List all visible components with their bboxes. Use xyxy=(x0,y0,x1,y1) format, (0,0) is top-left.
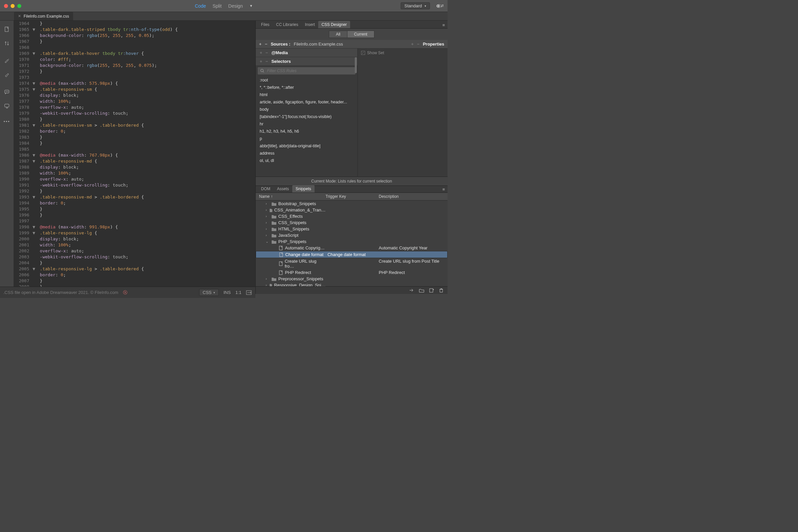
selector-item[interactable]: abbr[title], abbr[data-original-title] xyxy=(259,142,354,150)
remove-selector-icon[interactable]: − xyxy=(266,59,268,64)
more-icon[interactable]: ••• xyxy=(4,119,10,124)
add-source-icon[interactable]: + xyxy=(259,41,262,46)
inspect-icon[interactable] xyxy=(4,103,10,109)
code-line[interactable]: 1994 border: 0; xyxy=(14,200,255,206)
selector-item[interactable]: [tabindex="-1"]:focus:not(:focus-visible… xyxy=(259,113,354,120)
checkbox-icon[interactable]: ✓ xyxy=(361,51,365,55)
selector-item[interactable]: :root xyxy=(259,76,354,84)
code-line[interactable]: 1969▼ .table-dark.table-hover tbody tr:h… xyxy=(14,51,255,57)
code-line[interactable]: 1995 } xyxy=(14,206,255,212)
selector-item[interactable]: h1, h2, h3, h4, h5, h6 xyxy=(259,128,354,135)
snippet-folder[interactable]: ›CSS_Animation_&_Tran… xyxy=(256,207,448,213)
tab-files[interactable]: Files xyxy=(258,21,273,28)
code-line[interactable]: 1982 border: 0; xyxy=(14,128,255,134)
snippet-delete-icon[interactable] xyxy=(439,288,443,292)
code-line[interactable]: 1999▼ .table-responsive-lg { xyxy=(14,230,255,236)
code-line[interactable]: 1996 } xyxy=(14,212,255,218)
snippet-file[interactable]: PHP RedirectPHP Redirect xyxy=(256,269,448,276)
col-desc[interactable]: Description xyxy=(379,194,444,199)
code-line[interactable]: 2006 border: 0; xyxy=(14,272,255,278)
code-line[interactable]: 1978 overflow-x: auto; xyxy=(14,104,255,110)
code-line[interactable]: 2004 } xyxy=(14,260,255,266)
workspace-switcher[interactable]: Standard ▾ xyxy=(401,2,430,9)
sync-settings-icon[interactable]: ⇄ xyxy=(435,3,443,8)
snippet-folder[interactable]: ›HTML_Snippets xyxy=(256,226,448,232)
error-icon[interactable]: ⓧ xyxy=(123,290,127,296)
code-line[interactable]: 1997 xyxy=(14,218,255,224)
selector-item[interactable]: *, *::before, *::after xyxy=(259,84,354,91)
code-line[interactable]: 1985 xyxy=(14,146,255,152)
add-media-icon[interactable]: + xyxy=(260,50,262,55)
snippet-file[interactable]: Change date formatChange date format xyxy=(256,251,448,258)
snippet-folder[interactable]: ›Preprocessor_Snippets xyxy=(256,276,448,282)
code-line[interactable]: 1984 } xyxy=(14,140,255,146)
code-line[interactable]: 1987▼ .table-responsive-md { xyxy=(14,158,255,164)
code-line[interactable]: 1974▼ @media (max-width: 575.98px) { xyxy=(14,80,255,87)
code-line[interactable]: 1975▼ .table-responsive-sm { xyxy=(14,87,255,92)
code-line[interactable]: 1968 xyxy=(14,44,255,51)
sources-file[interactable]: FileInfo.com Example.css xyxy=(293,41,343,46)
selector-item[interactable]: html xyxy=(259,91,354,98)
selector-item[interactable]: article, aside, figcaption, figure, foot… xyxy=(259,98,354,106)
code-line[interactable]: 1977 width: 100%; xyxy=(14,98,255,104)
snippet-folder[interactable]: ⌄PHP_Snippets xyxy=(256,239,448,245)
code-line[interactable]: 1998▼ @media (max-width: 991.98px) { xyxy=(14,224,255,230)
comment-icon[interactable] xyxy=(4,89,10,95)
code-line[interactable]: 2005▼ .table-responsive-lg > .table-bord… xyxy=(14,266,255,272)
scrollbar-thumb[interactable] xyxy=(355,57,357,73)
snippet-folder[interactable]: ›CSS_Snippets xyxy=(256,220,448,226)
code-line[interactable]: 1967 } xyxy=(14,39,255,44)
code-line[interactable]: 1972 } xyxy=(14,69,255,75)
code-line[interactable]: 1965▼ .table-dark.table-striped tbody tr… xyxy=(14,26,255,33)
snippet-new-icon[interactable] xyxy=(429,288,434,292)
snippet-folder[interactable]: ›JavaScript xyxy=(256,232,448,239)
remove-property-icon[interactable]: − xyxy=(417,41,420,46)
close-window[interactable] xyxy=(4,4,8,8)
panel-menu-icon[interactable]: ≡ xyxy=(440,22,448,28)
code-line[interactable]: 1989 width: 100%; xyxy=(14,170,255,176)
add-selector-icon[interactable]: + xyxy=(260,59,262,64)
code-line[interactable]: 2003 -webkit-overflow-scrolling: touch; xyxy=(14,254,255,260)
snippet-file[interactable]: Automatic Copyrig…Automatic Copyright Ye… xyxy=(256,245,448,251)
tab-snippets[interactable]: Snippets xyxy=(292,185,315,192)
view-design[interactable]: Design xyxy=(228,3,243,8)
overflow-icon[interactable] xyxy=(246,290,252,295)
snippet-run-icon[interactable] xyxy=(409,288,414,292)
col-name[interactable]: Name ↑ xyxy=(259,194,325,199)
minimize-window[interactable] xyxy=(11,4,15,8)
code-line[interactable]: 1981▼ .table-responsive-sm > .table-bord… xyxy=(14,122,255,128)
file-manage-icon[interactable] xyxy=(4,26,10,33)
code-line[interactable]: 2002 overflow-x: auto; xyxy=(14,248,255,254)
code-line[interactable]: 1990 overflow-x: auto; xyxy=(14,176,255,182)
maximize-window[interactable] xyxy=(17,4,21,8)
code-line[interactable]: 1971 background-color: rgba(255, 255, 25… xyxy=(14,62,255,69)
close-tab-icon[interactable]: ✕ xyxy=(18,14,21,18)
toggle-current[interactable]: Current xyxy=(347,31,374,38)
selector-item[interactable]: p xyxy=(259,135,354,142)
code-editor[interactable]: 1964 }1965▼ .table-dark.table-striped tb… xyxy=(14,21,255,294)
language-select[interactable]: CSS ▾ xyxy=(199,289,219,296)
code-line[interactable]: 2001 width: 100%; xyxy=(14,242,255,248)
code-line[interactable]: 1991 -webkit-overflow-scrolling: touch; xyxy=(14,182,255,188)
selector-item[interactable]: ol, ul, dl xyxy=(259,157,354,164)
insert-mode[interactable]: INS xyxy=(224,290,231,295)
code-line[interactable]: 1992 } xyxy=(14,188,255,194)
code-line[interactable]: 2007 } xyxy=(14,278,255,284)
toggle-all[interactable]: All xyxy=(329,31,347,38)
show-set-toggle[interactable]: ✓ Show Set xyxy=(361,51,444,55)
selector-item[interactable]: address xyxy=(259,150,354,157)
brush-icon[interactable] xyxy=(4,72,10,78)
wand-icon[interactable] xyxy=(4,58,10,64)
code-line[interactable]: 1979 -webkit-overflow-scrolling: touch; xyxy=(14,110,255,116)
snippet-folder[interactable]: ›CSS_Effects xyxy=(256,213,448,220)
file-tab[interactable]: ✕ FileInfo.com Example.css xyxy=(14,12,73,20)
tab-assets[interactable]: Assets xyxy=(274,185,292,192)
code-line[interactable]: 2000 display: block; xyxy=(14,236,255,242)
tab-cc-libraries[interactable]: CC Libraries xyxy=(273,21,302,28)
snippet-folder-icon[interactable] xyxy=(419,288,424,292)
code-line[interactable]: 1970 color: #fff; xyxy=(14,57,255,62)
code-line[interactable]: 1964 } xyxy=(14,21,255,26)
snippet-folder[interactable]: ›Responsive_Design_Sni… xyxy=(256,282,448,286)
code-line[interactable]: 1988 display: block; xyxy=(14,164,255,170)
add-property-icon[interactable]: + xyxy=(411,41,414,46)
